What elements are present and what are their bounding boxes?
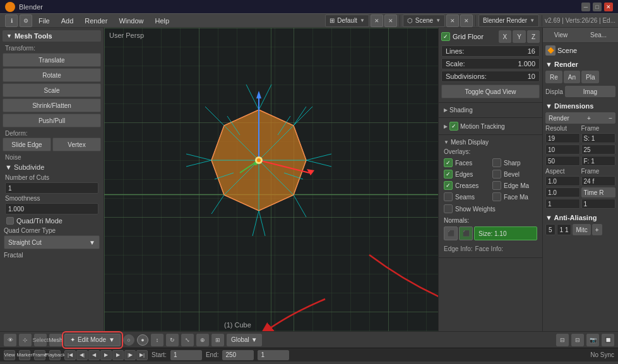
menu-window[interactable]: Window [114,16,148,26]
render-icon[interactable]: 🔲 [602,334,614,346]
mesh-tools-header[interactable]: ▼ Mesh Tools [3,30,101,42]
sharp-check[interactable] [492,158,501,167]
normals-face-btn[interactable]: ⬛ [459,226,473,240]
res-y-input[interactable]: 10 [545,144,580,155]
edges-check[interactable]: ✓ [444,170,453,179]
aa-val1[interactable]: 1 1 [557,224,572,235]
menu-add[interactable]: Add [56,16,79,26]
layer-icon[interactable]: ⊟ [556,334,569,346]
minimize-button[interactable]: ─ [581,3,590,11]
bevel-check[interactable] [492,170,501,179]
scene-dropdown[interactable]: ⬡ Scene ▼ [403,15,445,27]
current-frame-input[interactable]: 1 [258,350,289,360]
rotate-icon[interactable]: ↻ [166,334,179,346]
start-input[interactable]: 1 [170,350,202,360]
next-end-btn[interactable]: ▶| [136,350,148,360]
res-x-input[interactable]: 19 [545,133,580,143]
menu-render[interactable]: Render [80,16,112,26]
vertex-button[interactable]: Vertex [52,138,101,151]
res-z-input[interactable]: 50 [545,156,580,166]
rotate-button[interactable]: Rotate [3,68,101,82]
scene-add-icon[interactable]: ✕ [446,15,459,27]
f-z-input[interactable]: F: 1 [581,156,616,166]
add-icon[interactable]: ✕ [371,15,383,27]
motion-tracking-label[interactable]: Motion Tracking [460,123,505,130]
aa-left[interactable]: 5 [545,224,556,235]
edit-mode-dropdown[interactable]: ✦ Edit Mode ▼ [64,334,121,346]
viewport[interactable]: User Persp [104,28,438,331]
close-button[interactable]: ✕ [604,3,613,11]
shrink-flatten-button[interactable]: Shrink/Flatten [3,98,101,112]
scale-icon[interactable]: ⤡ [181,334,194,346]
prev-key-btn[interactable]: ◀| [76,350,88,360]
menu-file[interactable]: File [33,16,55,26]
play-btn[interactable]: ▶ [100,350,112,360]
push-pull-button[interactable]: Push/Pull [3,114,101,127]
axis-x-btn[interactable]: X [499,30,512,43]
mesh-display-label[interactable]: Mesh Display [451,139,489,146]
renderer-dropdown[interactable]: Blender Render ▼ [478,15,539,27]
transform-icon[interactable]: ⊕ [196,334,209,346]
grid-floor-check[interactable]: ✓ [441,32,450,41]
transform-dropdown[interactable]: Global ▼ [227,334,262,346]
cursor-pos-icon[interactable]: ⊞ [211,334,224,346]
quad-corner-dropdown[interactable]: Straight Cut ▼ [4,235,100,249]
frame-btn[interactable]: Frame [34,350,45,360]
render-btn[interactable]: Re [545,71,562,83]
display-dropdown[interactable]: Imag [565,86,615,97]
camera-icon[interactable]: 📷 [586,334,599,346]
s-x-input[interactable]: S: 1 [581,133,616,143]
tab-sea[interactable]: Sea... [586,30,610,40]
scene-del-icon[interactable]: ✕ [460,15,473,27]
select-icon[interactable]: Select [34,334,47,346]
seams-check[interactable] [444,192,453,201]
axis-y-btn[interactable]: Y [513,30,526,43]
layout-dropdown[interactable]: ⊞ Default ▼ [325,15,369,27]
grab-icon[interactable]: ↕ [151,334,163,346]
faces-check[interactable]: ✓ [444,158,453,167]
lines-control[interactable]: Lines: 16 [441,45,540,57]
quad-tri-checkbox[interactable] [6,217,14,225]
asp-y-input[interactable]: 1.0 [545,187,580,197]
fps-val2[interactable]: 1 [545,199,580,209]
mesh-icon[interactable]: Mesh [49,334,62,346]
view-icon-r[interactable]: ⊟ [571,334,584,346]
tab-view[interactable]: View [550,30,572,40]
normals-size-input[interactable]: Size: 1.10 [474,226,537,240]
normals-vertex-btn[interactable]: ⬛ [444,226,458,240]
fps-input[interactable]: 24 f [581,176,616,186]
show-weights-check[interactable] [444,204,453,213]
aa-right[interactable]: Mitc [573,224,590,235]
creases-check[interactable]: ✓ [444,181,453,190]
end-input[interactable]: 250 [222,350,254,360]
p-y-input[interactable]: 25 [581,144,616,155]
playback-btn[interactable]: Playback [49,350,61,360]
del-icon[interactable]: ✕ [384,15,397,27]
cursor-icon[interactable]: ⊹ [19,334,32,346]
motion-tracking-check[interactable]: ✓ [449,122,458,131]
scale-button[interactable]: Scale [3,83,101,97]
scale-control[interactable]: Scale: 1.000 [441,58,540,69]
settings-icon[interactable]: ⚙ [20,15,32,27]
menu-help[interactable]: Help [150,16,175,26]
view-icon[interactable]: 👁 [4,334,16,346]
maximize-button[interactable]: □ [593,3,602,11]
anim-btn[interactable]: An [564,71,580,83]
translate-button[interactable]: Translate [3,53,101,67]
prev-end-btn[interactable]: |◀ [64,350,76,360]
axis-z-btn[interactable]: Z [527,30,540,43]
shading-label[interactable]: Shading [449,107,473,114]
snap-icon[interactable]: ○ [123,334,134,346]
smoothness-input[interactable]: 1.000 [5,203,98,214]
info-icon[interactable]: ℹ [5,15,18,27]
slide-edge-button[interactable]: Slide Edge [3,138,51,151]
subdivisions-control[interactable]: Subdivisions: 10 [441,71,540,82]
next-key-btn[interactable]: |▶ [124,350,136,360]
render-preset-dropdown[interactable]: Render + − [545,112,615,124]
view-timeline-btn[interactable]: View [4,350,15,360]
fps-num[interactable]: 1 [581,199,616,209]
aa-plus[interactable]: + [592,224,602,235]
prev-frame-btn[interactable]: ◀ [88,350,100,360]
asp-x-input[interactable]: 1.0 [545,176,580,186]
toggle-quad-view-btn[interactable]: Toggle Quad View [441,85,540,98]
